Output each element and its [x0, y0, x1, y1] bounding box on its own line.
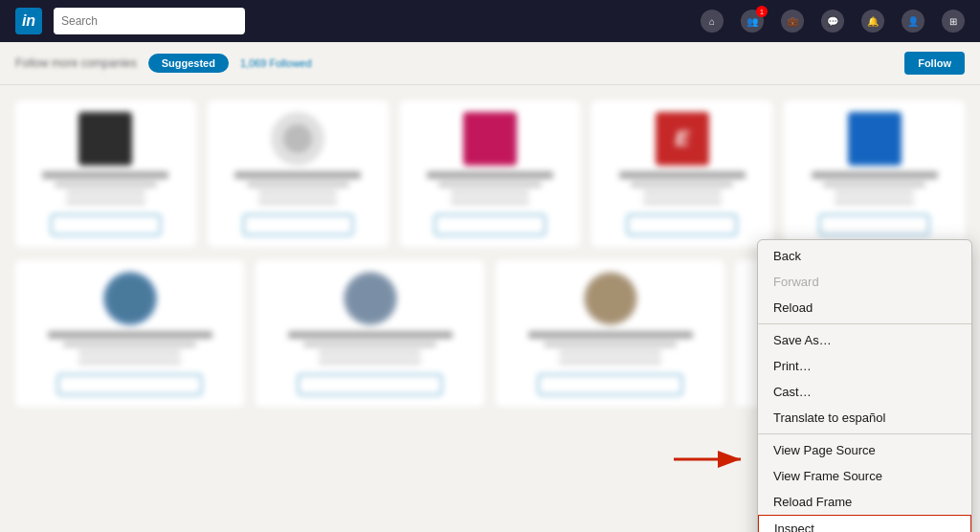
- company-followers-2: [258, 199, 337, 205]
- indicator-arrow: [674, 448, 750, 475]
- follow-btn-5[interactable]: [819, 214, 929, 235]
- follow-person-btn-3[interactable]: [538, 374, 682, 395]
- company-sub2-1: [66, 190, 145, 196]
- company-name-2: [234, 171, 361, 179]
- follow-person-btn-1[interactable]: [57, 374, 202, 395]
- nav-notifications[interactable]: 🔔: [861, 10, 884, 33]
- context-menu-reload-frame[interactable]: Reload Frame: [758, 489, 971, 515]
- person-sub-2: [303, 342, 437, 347]
- company-logo-4: E: [656, 112, 709, 166]
- card-text-5: [795, 171, 953, 205]
- home-icon: ⌂: [701, 10, 724, 33]
- company-followers-3: [451, 199, 529, 205]
- company-name-1: [42, 171, 168, 179]
- company-followers-4: [643, 199, 722, 205]
- company-card-3[interactable]: [400, 100, 581, 247]
- card-text-3: [412, 171, 569, 205]
- card-text-4: [603, 171, 761, 205]
- messaging-icon: 💬: [821, 10, 844, 33]
- company-logo-3: [463, 112, 517, 166]
- nav-jobs[interactable]: 💼: [781, 10, 804, 33]
- person-name-2: [288, 331, 453, 339]
- follow-btn-3[interactable]: [434, 214, 545, 235]
- person-sub2-3: [559, 350, 662, 356]
- company-sub-1: [55, 182, 157, 188]
- person-avatar-3: [584, 272, 637, 325]
- company-sub-5: [823, 182, 925, 188]
- person-sub-3: [544, 342, 678, 347]
- company-followers-1: [66, 199, 145, 205]
- card-grid-row1: E: [15, 100, 965, 247]
- profile-icon: 👤: [902, 10, 924, 33]
- person-text-3: [507, 331, 713, 365]
- follow-button[interactable]: Follow: [904, 52, 965, 75]
- company-logo-5: [848, 112, 902, 166]
- card-text-1: [27, 171, 185, 205]
- follow-btn-4[interactable]: [627, 214, 737, 235]
- person-avatar-1: [103, 272, 157, 325]
- network-badge: 1: [756, 6, 768, 17]
- top-navigation: in ⌂ 👥 1 💼 💬 🔔 👤: [0, 0, 980, 42]
- company-name-4: [619, 171, 746, 179]
- company-sub-4: [631, 182, 733, 188]
- context-menu-section-save: Save As… Print… Cast… Translate to españ…: [758, 324, 971, 434]
- person-name-1: [48, 331, 212, 339]
- nav-messaging[interactable]: 💬: [821, 10, 844, 33]
- company-sub2-5: [835, 190, 913, 196]
- person-name-3: [528, 331, 693, 339]
- context-menu-reload[interactable]: Reload: [758, 295, 971, 321]
- follow-person-btn-2[interactable]: [298, 374, 442, 395]
- context-menu-forward[interactable]: Forward: [758, 269, 971, 295]
- person-card-2[interactable]: [256, 260, 484, 407]
- company-name-5: [812, 171, 938, 179]
- context-menu-view-frame-source[interactable]: View Frame Source: [758, 463, 971, 489]
- nav-network[interactable]: 👥 1: [741, 10, 764, 33]
- context-menu-back[interactable]: Back: [758, 243, 971, 269]
- person-sub2-2: [319, 350, 422, 356]
- company-sub2-2: [258, 190, 337, 196]
- linkedin-logo[interactable]: in: [15, 8, 42, 34]
- context-menu: Back Forward Reload Save As… Print… Cast…: [757, 239, 972, 532]
- follow-btn-2[interactable]: [243, 214, 353, 235]
- tab-followed[interactable]: 1,069 Followed: [240, 57, 312, 69]
- context-menu-view-page-source[interactable]: View Page Source: [758, 437, 971, 463]
- company-followers-5: [835, 199, 913, 205]
- context-menu-print[interactable]: Print…: [758, 353, 971, 379]
- company-card-2[interactable]: [208, 100, 389, 247]
- company-name-3: [427, 171, 553, 179]
- company-card-1[interactable]: [15, 100, 196, 247]
- company-card-5[interactable]: [784, 100, 965, 247]
- context-menu-inspect[interactable]: Inspect: [758, 515, 971, 532]
- company-card-4[interactable]: E: [591, 100, 772, 247]
- person-card-1[interactable]: [15, 260, 244, 407]
- company-sub2-4: [643, 190, 722, 196]
- person-followers-3: [559, 359, 662, 365]
- notifications-icon: 🔔: [861, 10, 884, 33]
- company-logo-1: [78, 112, 132, 166]
- person-avatar-2: [344, 272, 397, 325]
- nav-icons-container: ⌂ 👥 1 💼 💬 🔔 👤 ⊞: [701, 10, 965, 33]
- person-card-3[interactable]: [496, 260, 724, 407]
- work-icon: ⊞: [942, 10, 965, 33]
- company-logo-2: [271, 112, 324, 166]
- tab-suggested[interactable]: Suggested: [148, 54, 229, 73]
- nav-me[interactable]: 👤: [902, 10, 924, 33]
- nav-work[interactable]: ⊞: [942, 10, 965, 33]
- person-sub2-1: [78, 350, 182, 356]
- person-followers-1: [78, 359, 182, 365]
- person-text-1: [27, 331, 233, 365]
- context-menu-section-navigation: Back Forward Reload: [758, 240, 971, 324]
- person-text-2: [267, 331, 473, 365]
- context-menu-cast[interactable]: Cast…: [758, 379, 971, 405]
- person-followers-2: [319, 359, 422, 365]
- company-sub-2: [247, 182, 349, 188]
- follow-btn-1[interactable]: [51, 214, 161, 235]
- context-menu-save-as[interactable]: Save As…: [758, 327, 971, 353]
- company-sub-3: [438, 182, 541, 188]
- nav-home[interactable]: ⌂: [701, 10, 724, 33]
- card-text-2: [219, 171, 377, 205]
- context-menu-section-dev: View Page Source View Frame Source Reloa…: [758, 434, 971, 532]
- search-input[interactable]: [54, 8, 245, 34]
- context-menu-translate[interactable]: Translate to español: [758, 405, 971, 431]
- jobs-icon: 💼: [781, 10, 804, 33]
